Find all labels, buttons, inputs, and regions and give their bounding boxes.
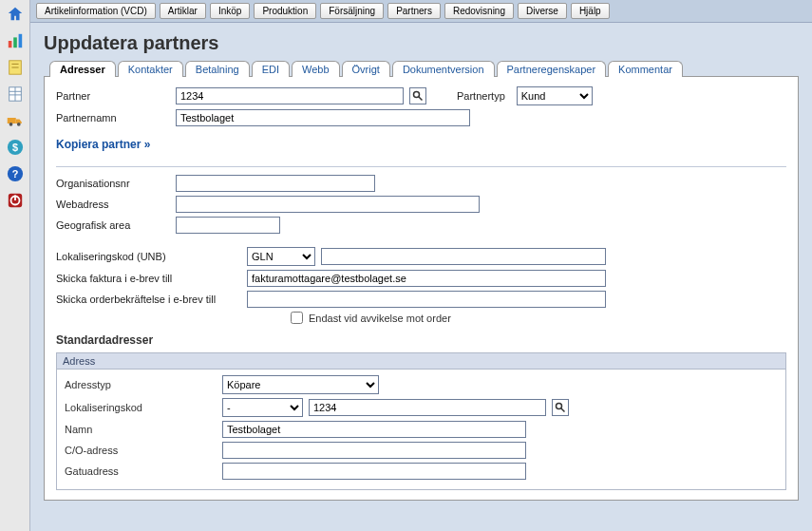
magnifier-icon bbox=[412, 90, 424, 102]
partnertyp-label: Partnertyp bbox=[457, 90, 505, 102]
tab-kontakter[interactable]: Kontakter bbox=[118, 61, 183, 77]
page-title: Uppdatera partners bbox=[44, 32, 799, 54]
addr-gatu-input[interactable] bbox=[222, 463, 526, 480]
tab-adresser[interactable]: Adresser bbox=[49, 61, 116, 77]
addr-co-label: C/O-adress bbox=[65, 445, 217, 456]
sheet-icon[interactable] bbox=[5, 84, 26, 104]
partner-input[interactable] bbox=[176, 87, 404, 104]
address-subpanel: Adress Adresstyp Köpare Lokaliseringskod… bbox=[56, 352, 786, 490]
sidebar-iconbar: $? bbox=[0, 0, 30, 531]
adresstyp-label: Adresstyp bbox=[65, 379, 217, 390]
web-label: Webadress bbox=[56, 199, 170, 210]
address-panel-header: Adress bbox=[57, 353, 785, 370]
adresstyp-select[interactable]: Köpare bbox=[222, 375, 379, 394]
only-deviation-checkbox[interactable] bbox=[291, 312, 303, 324]
addr-namn-input[interactable] bbox=[222, 421, 526, 438]
menu-redovisning[interactable]: Redovisning bbox=[444, 3, 514, 19]
menu-produktion[interactable]: Produktion bbox=[254, 3, 316, 19]
menu-hj-lp[interactable]: Hjälp bbox=[571, 3, 610, 19]
partner-label: Partner bbox=[56, 90, 170, 102]
geo-label: Geografisk area bbox=[56, 219, 170, 231]
tab-kommentar[interactable]: Kommentar bbox=[608, 61, 683, 77]
tab-betalning[interactable]: Betalning bbox=[185, 61, 250, 77]
menu-ink-p[interactable]: Inköp bbox=[210, 3, 250, 19]
help-icon[interactable]: ? bbox=[5, 163, 26, 184]
svg-line-23 bbox=[561, 408, 565, 412]
home-icon[interactable] bbox=[5, 4, 26, 25]
dollar-icon[interactable]: $ bbox=[5, 137, 26, 158]
top-menu: Artikelinformation (VCD)ArtiklarInköpPro… bbox=[30, 0, 812, 23]
addr-gatu-label: Gatuadress bbox=[65, 465, 217, 477]
addr-lok-type-select[interactable]: - bbox=[222, 398, 303, 417]
tab-övrigt[interactable]: Övrigt bbox=[342, 61, 390, 77]
note-icon[interactable] bbox=[5, 57, 26, 78]
tab-dokumentversion[interactable]: Dokumentversion bbox=[392, 61, 495, 77]
lokunb-type-select[interactable]: GLN bbox=[247, 247, 315, 266]
svg-rect-1 bbox=[13, 37, 17, 47]
svg-rect-0 bbox=[8, 41, 11, 47]
orgnr-input[interactable] bbox=[176, 175, 375, 192]
lokunb-input[interactable] bbox=[321, 248, 606, 265]
tab-bar: AdresserKontakterBetalningEDIWebbÖvrigtD… bbox=[44, 60, 799, 77]
tab-webb[interactable]: Webb bbox=[292, 61, 340, 77]
eorder-label: Skicka orderbekräftelse i e-brev till bbox=[56, 294, 241, 305]
partnertyp-select[interactable]: Kund bbox=[517, 86, 593, 105]
magnifier-icon bbox=[555, 402, 566, 413]
lokunb-label: Lokaliseringskod (UNB) bbox=[56, 251, 241, 262]
addr-namn-label: Namn bbox=[65, 424, 217, 435]
svg-point-12 bbox=[16, 123, 20, 126]
partnernamn-label: Partnernamn bbox=[56, 112, 170, 123]
standard-addresses-title: Standardadresser bbox=[56, 333, 786, 347]
menu-artikelinformation-vcd-[interactable]: Artikelinformation (VCD) bbox=[36, 3, 156, 19]
tab-edi[interactable]: EDI bbox=[252, 61, 290, 77]
svg-text:$: $ bbox=[12, 142, 18, 153]
addr-lok-lookup-button[interactable] bbox=[552, 399, 569, 416]
partnernamn-input[interactable] bbox=[176, 109, 470, 126]
power-icon[interactable] bbox=[5, 190, 26, 211]
form-panel: Partner Partnertyp Kund Partnernamn Kopi… bbox=[44, 77, 799, 501]
geo-input[interactable] bbox=[176, 217, 280, 234]
einvoice-label: Skicka faktura i e-brev till bbox=[56, 273, 241, 284]
addr-lok-label: Lokaliseringskod bbox=[65, 402, 217, 413]
menu-artiklar[interactable]: Artiklar bbox=[160, 3, 206, 19]
einvoice-input[interactable] bbox=[247, 270, 606, 287]
svg-point-11 bbox=[9, 123, 12, 126]
only-deviation-label: Endast vid avvikelse mot order bbox=[309, 313, 451, 324]
svg-line-21 bbox=[419, 97, 423, 101]
copy-partner-link[interactable]: Kopiera partner » bbox=[56, 138, 150, 151]
addr-co-input[interactable] bbox=[222, 442, 526, 459]
addr-lok-input[interactable] bbox=[309, 399, 546, 416]
eorder-input[interactable] bbox=[247, 291, 606, 308]
svg-point-20 bbox=[414, 92, 420, 98]
menu-diverse[interactable]: Diverse bbox=[518, 3, 567, 19]
menu-partners[interactable]: Partners bbox=[387, 3, 441, 19]
orgnr-label: Organisationsnr bbox=[56, 178, 170, 189]
truck-icon[interactable] bbox=[5, 110, 26, 131]
svg-rect-2 bbox=[18, 34, 22, 47]
svg-point-22 bbox=[557, 404, 562, 409]
svg-text:?: ? bbox=[11, 168, 18, 180]
menu-f-rs-ljning[interactable]: Försäljning bbox=[320, 3, 384, 19]
web-input[interactable] bbox=[176, 196, 480, 213]
partner-lookup-button[interactable] bbox=[409, 87, 426, 104]
tab-partneregenskaper[interactable]: Partneregenskaper bbox=[497, 61, 607, 77]
chart-icon[interactable] bbox=[5, 30, 26, 51]
